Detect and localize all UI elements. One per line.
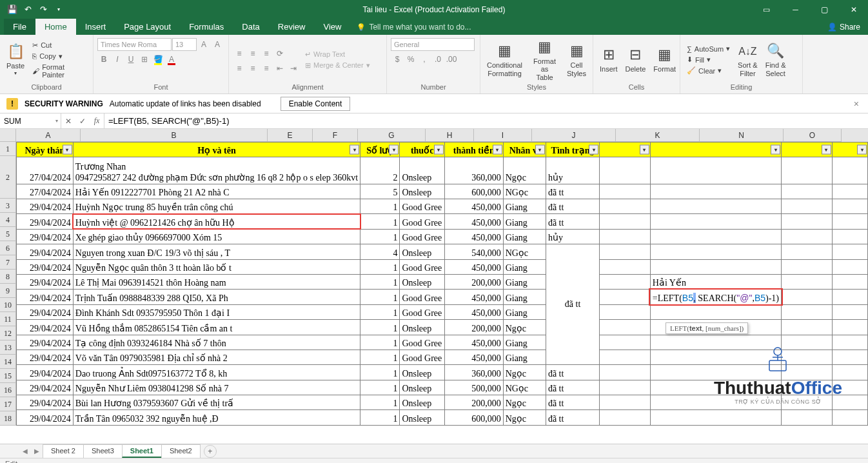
table-header[interactable]: Họ và tên▾ [73, 143, 360, 157]
filter-icon[interactable]: ▾ [589, 145, 598, 155]
cell[interactable]: 1 [360, 259, 400, 274]
align-middle-icon[interactable]: ≡ [246, 47, 259, 60]
cell[interactable]: 29/04/2024 [17, 259, 74, 274]
table-header[interactable]: ▾ [782, 143, 833, 157]
merge-center-button[interactable]: ⊞ Merge & Center ▾ [302, 60, 373, 71]
cell[interactable]: đã tt [546, 244, 599, 365]
font-color-button[interactable]: A [165, 53, 178, 66]
border-button[interactable]: ⊞ [138, 53, 151, 66]
cell[interactable] [600, 214, 651, 229]
ribbon-options-icon[interactable]: ▭ [752, 0, 781, 19]
cell[interactable] [600, 199, 651, 214]
font-name-selector[interactable]: Times New Roma [97, 38, 172, 51]
enable-content-button[interactable]: Enable Content [281, 97, 351, 111]
font-size-selector[interactable]: 13 [172, 38, 197, 51]
cell[interactable]: hủy [546, 157, 599, 184]
cell[interactable]: Onsleep [400, 157, 445, 184]
filter-icon[interactable]: ▾ [857, 145, 867, 155]
spreadsheet-grid[interactable]: ABEFGHIJKNO 123456789101112131415161718 … [0, 129, 868, 444]
cell[interactable]: 1 [360, 229, 400, 244]
cell[interactable] [650, 244, 781, 259]
sort-filter-button[interactable]: A↓ZSort & Filter [735, 36, 760, 83]
align-right-icon[interactable]: ≡ [260, 62, 273, 75]
cell[interactable] [650, 199, 781, 214]
cell[interactable]: 600,000 [444, 410, 503, 426]
cell[interactable]: 1 [360, 395, 400, 410]
cell[interactable]: đã tt [546, 380, 599, 395]
table-header[interactable]: ▾ [650, 143, 781, 157]
cell[interactable]: Bùi lan Hương 0379593607 Gửi về thị trấ [73, 395, 360, 410]
cell[interactable]: 29/04/2024 [17, 395, 74, 410]
filter-icon[interactable]: ▾ [535, 145, 545, 155]
filter-icon[interactable]: ▾ [63, 145, 72, 155]
cell[interactable]: Giang [503, 274, 546, 289]
row-header[interactable]: 2 [0, 156, 16, 199]
row-header[interactable]: 16 [0, 383, 16, 397]
cell[interactable]: =LEFT(B5, SEARCH("@",B5)-1) [650, 290, 781, 304]
col-header[interactable]: F [313, 129, 358, 142]
cell[interactable]: Xe ghép giao thủy 0966697000 Xóm 15 [73, 229, 360, 244]
cell[interactable]: 27/04/2024 [17, 184, 74, 199]
minimize-icon[interactable]: ─ [781, 0, 810, 19]
cell[interactable]: Good Gree [400, 290, 445, 304]
row-header[interactable]: 4 [0, 213, 16, 227]
fill-color-button[interactable]: 🪣 [152, 53, 164, 66]
cell[interactable] [782, 365, 833, 380]
cell[interactable]: 1 [360, 290, 400, 304]
cell[interactable]: 450,000 [444, 199, 503, 214]
row-header[interactable]: 7 [0, 255, 16, 270]
col-header[interactable]: B [81, 129, 268, 142]
cell[interactable] [650, 259, 781, 274]
cell[interactable] [600, 335, 651, 350]
cell[interactable] [832, 350, 867, 364]
cell[interactable]: Võ văn Tân 0979035981 Địa chỉ số nhà 2 [73, 350, 360, 364]
align-center-icon[interactable]: ≡ [246, 62, 259, 75]
cell[interactable]: Good Gree [400, 335, 445, 350]
cell[interactable] [832, 395, 867, 410]
paste-button[interactable]: 📋Paste▾ [4, 36, 27, 83]
cell[interactable] [782, 290, 833, 304]
col-header[interactable]: J [532, 129, 616, 142]
cell[interactable] [600, 320, 651, 335]
cell[interactable] [832, 259, 867, 274]
table-header[interactable]: ▾ [832, 143, 867, 157]
cell[interactable]: Vũ Hồng thắm 0852865154 Tiên cầm an t [73, 320, 360, 335]
cell[interactable]: Ngọc [503, 410, 546, 426]
fill-button[interactable]: ⬇ Fill ▾ [684, 54, 733, 65]
row-header[interactable]: 12 [0, 326, 16, 340]
row-header[interactable]: 10 [0, 298, 16, 312]
number-format-selector[interactable]: General [391, 38, 475, 51]
cell[interactable]: 200,000 [444, 274, 503, 289]
col-header[interactable]: I [474, 129, 532, 142]
wrap-text-button[interactable]: ↵ Wrap Text [302, 49, 373, 60]
cell[interactable]: Giang [503, 214, 546, 229]
cell[interactable] [832, 365, 867, 380]
italic-button[interactable]: I [111, 53, 124, 66]
sheet-tab[interactable]: Sheet2 [161, 444, 201, 458]
cell[interactable] [782, 320, 833, 335]
row-header[interactable]: 15 [0, 369, 16, 383]
tab-insert[interactable]: Insert [76, 19, 115, 35]
align-left-icon[interactable]: ≡ [233, 62, 246, 75]
cell[interactable]: Trương Nhan0947295827 242 đường phạm Đức… [73, 157, 360, 184]
cell[interactable]: Good Gree [400, 229, 445, 244]
table-header[interactable]: Tình trạng▾ [546, 143, 599, 157]
close-icon[interactable]: ✕ [839, 0, 868, 19]
cell[interactable] [782, 304, 833, 319]
cell[interactable]: 1 [360, 320, 400, 335]
tell-me-search[interactable]: Tell me what you want to do... [350, 19, 477, 35]
row-header[interactable]: 17 [0, 397, 16, 411]
cell[interactable] [832, 274, 867, 289]
cell[interactable] [832, 290, 867, 304]
cancel-formula-icon[interactable]: ✕ [61, 117, 75, 126]
cell[interactable]: 360,000 [444, 365, 503, 380]
decrease-decimal-icon[interactable]: .00 [445, 53, 458, 66]
enter-formula-icon[interactable]: ✓ [75, 117, 90, 126]
row-header[interactable]: 3 [0, 199, 16, 213]
col-header[interactable]: N [700, 129, 784, 142]
sheet-tab[interactable]: Sheet 2 [43, 444, 84, 458]
undo-icon[interactable]: ↶ [21, 3, 35, 17]
cell[interactable]: Trần Tân 0965032 392 nguyễn huệ ,Đ [73, 410, 360, 426]
col-header[interactable]: H [426, 129, 474, 142]
row-header[interactable]: 9 [0, 284, 16, 298]
